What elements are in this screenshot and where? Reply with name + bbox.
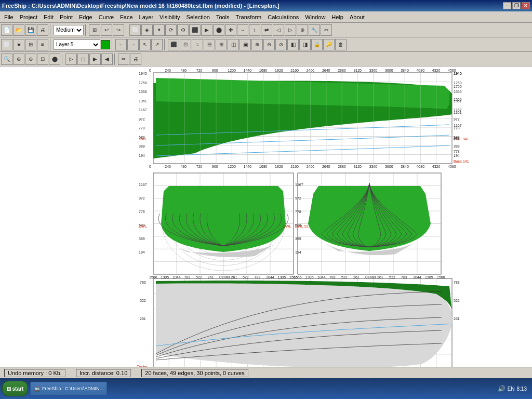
taskbar-app-icon: 🚢 bbox=[34, 386, 40, 392]
view-btn11[interactable]: ◧ bbox=[287, 39, 299, 50]
menu-point[interactable]: Point bbox=[57, 13, 76, 21]
menu-visibility[interactable]: Visibility bbox=[156, 13, 183, 21]
menu-bar: File Project Edit Point Edge Curve Face … bbox=[0, 11, 532, 23]
print-button[interactable]: 🖨 bbox=[37, 24, 48, 36]
separator1 bbox=[50, 24, 52, 36]
view-btn5[interactable]: ⊞ bbox=[216, 39, 227, 50]
menu-transform[interactable]: Transform bbox=[233, 13, 265, 21]
separator3 bbox=[126, 24, 128, 36]
taskbar-app-label: FreeShip : C:\Users\ADMIN... bbox=[42, 386, 103, 391]
restore-button[interactable]: ❐ bbox=[512, 2, 521, 9]
tool1[interactable]: ⬜ bbox=[129, 24, 141, 36]
tb3-btn7[interactable]: ◻ bbox=[77, 54, 89, 65]
network-icon: 🔊 bbox=[498, 385, 506, 392]
taskbar: ⊞ start 🚢 FreeShip : C:\Users\ADMIN... 🔊… bbox=[0, 378, 532, 399]
sep8 bbox=[114, 54, 116, 65]
menu-edge[interactable]: Edge bbox=[76, 13, 96, 21]
layer-color[interactable] bbox=[101, 40, 110, 49]
layer-btn3[interactable]: ⊞ bbox=[25, 39, 36, 50]
taskbar-app[interactable]: 🚢 FreeShip : C:\Users\ADMIN... bbox=[30, 382, 107, 395]
redo-button[interactable]: ↪ bbox=[113, 24, 124, 36]
tool5[interactable]: ⚙ bbox=[177, 24, 189, 36]
nav-btn2[interactable]: → bbox=[127, 39, 139, 50]
tb3-btn1[interactable]: 🔍 bbox=[1, 54, 12, 65]
tb3-btn9[interactable]: ◀ bbox=[101, 54, 113, 65]
layer-btn4[interactable]: ≡ bbox=[37, 39, 48, 50]
close-button[interactable]: ✕ bbox=[522, 2, 530, 9]
view-btn1[interactable]: ⬛ bbox=[168, 39, 179, 50]
view-btn4[interactable]: ⊟ bbox=[204, 39, 215, 50]
menu-face[interactable]: Face bbox=[117, 13, 136, 21]
sep4 bbox=[50, 39, 52, 50]
view-btn10[interactable]: ⊘ bbox=[275, 39, 287, 50]
nav-btn1[interactable]: ← bbox=[115, 39, 127, 50]
tool9[interactable]: ✚ bbox=[225, 24, 236, 36]
tool8[interactable]: ⬤ bbox=[213, 24, 224, 36]
tool2[interactable]: ◈ bbox=[141, 24, 153, 36]
layer-select[interactable]: Layer 5 bbox=[54, 39, 100, 50]
tool15[interactable]: ⊕ bbox=[297, 24, 308, 36]
view-btn13[interactable]: 🔒 bbox=[311, 39, 323, 50]
toolbar1: 📄 📂 💾 🖨 Medium Fine Coarse ⊞ ↩ ↪ ⬜ ◈ ✦ ⟳… bbox=[0, 23, 532, 37]
tb3-btn6[interactable]: ▷ bbox=[65, 54, 77, 65]
menu-calculations[interactable]: Calculations bbox=[264, 13, 302, 21]
view-btn7[interactable]: ▣ bbox=[240, 39, 251, 50]
menu-file[interactable]: File bbox=[1, 13, 17, 21]
incr-distance: Incr. distance: 0.10 bbox=[76, 369, 131, 377]
menu-project[interactable]: Project bbox=[17, 13, 41, 21]
delete-btn[interactable]: 🗑 bbox=[335, 39, 347, 50]
menu-help[interactable]: Help bbox=[328, 13, 347, 21]
start-label: ⊞ start bbox=[7, 386, 23, 392]
sys-tray: 🔊 EN 8:13 bbox=[498, 385, 530, 392]
open-button[interactable]: 📂 bbox=[13, 24, 24, 36]
save-button[interactable]: 💾 bbox=[25, 24, 36, 36]
nav-btn4[interactable]: ↗ bbox=[151, 39, 163, 50]
view-btn12[interactable]: ◨ bbox=[299, 39, 311, 50]
start-button[interactable]: ⊞ start bbox=[2, 381, 28, 396]
tool10[interactable]: → bbox=[237, 24, 248, 36]
app-title: FreeShip : C:\Users\ADMIN\Desktop\Freesh… bbox=[2, 3, 280, 9]
view-btn8[interactable]: ⊕ bbox=[251, 39, 263, 50]
menu-window[interactable]: Window bbox=[302, 13, 328, 21]
linesplan-canvas bbox=[0, 66, 532, 378]
layer-btn2[interactable]: ★ bbox=[13, 39, 24, 50]
zoom-select[interactable]: Medium Fine Coarse bbox=[54, 25, 84, 35]
tool16[interactable]: 🔧 bbox=[309, 24, 320, 36]
menu-selection[interactable]: Selection bbox=[183, 13, 213, 21]
menu-tools[interactable]: Tools bbox=[213, 13, 233, 21]
tb3-btn8[interactable]: ▶ bbox=[89, 54, 101, 65]
tb3-btn3[interactable]: ⊖ bbox=[25, 54, 36, 65]
tb3-btn2[interactable]: ⊕ bbox=[13, 54, 24, 65]
view-btn9[interactable]: ⊖ bbox=[263, 39, 275, 50]
menu-layer[interactable]: Layer bbox=[136, 13, 157, 21]
tool6[interactable]: ⬛ bbox=[189, 24, 201, 36]
menu-curve[interactable]: Curve bbox=[96, 13, 117, 21]
undo-button[interactable]: ↩ bbox=[101, 24, 112, 36]
tb3-btn4[interactable]: ⊡ bbox=[37, 54, 48, 65]
tb3-btn5[interactable]: ⬤ bbox=[49, 54, 60, 65]
menu-about[interactable]: About bbox=[347, 13, 368, 21]
view-btn3[interactable]: ≈ bbox=[192, 39, 203, 50]
menu-edit[interactable]: Edit bbox=[41, 13, 57, 21]
view-btn2[interactable]: ⊡ bbox=[180, 39, 191, 50]
tool13[interactable]: ◁ bbox=[273, 24, 284, 36]
nav-btn3[interactable]: ↖ bbox=[139, 39, 151, 50]
new-button[interactable]: 📄 bbox=[1, 24, 12, 36]
tool14[interactable]: ▷ bbox=[285, 24, 296, 36]
view-btn6[interactable]: ◫ bbox=[228, 39, 239, 50]
tool4[interactable]: ⟳ bbox=[165, 24, 177, 36]
tool12[interactable]: ⇄ bbox=[261, 24, 272, 36]
tb3-btn11[interactable]: 🖨 bbox=[130, 54, 141, 65]
sep5 bbox=[112, 39, 114, 50]
sep7 bbox=[62, 54, 64, 65]
tool3[interactable]: ✦ bbox=[153, 24, 165, 36]
grid-button[interactable]: ⊞ bbox=[89, 24, 100, 36]
status-bar: Undo memory : 0 Kb. Incr. distance: 0.10… bbox=[0, 367, 532, 378]
tool7[interactable]: ▶ bbox=[201, 24, 212, 36]
view-btn14[interactable]: 🔑 bbox=[323, 39, 335, 50]
minimize-button[interactable]: ─ bbox=[503, 2, 511, 9]
layer-btn1[interactable]: ⬜ bbox=[1, 39, 12, 50]
tb3-btn10[interactable]: ✏ bbox=[118, 54, 129, 65]
tool17[interactable]: ✂ bbox=[321, 24, 332, 36]
tool11[interactable]: ↕ bbox=[249, 24, 260, 36]
